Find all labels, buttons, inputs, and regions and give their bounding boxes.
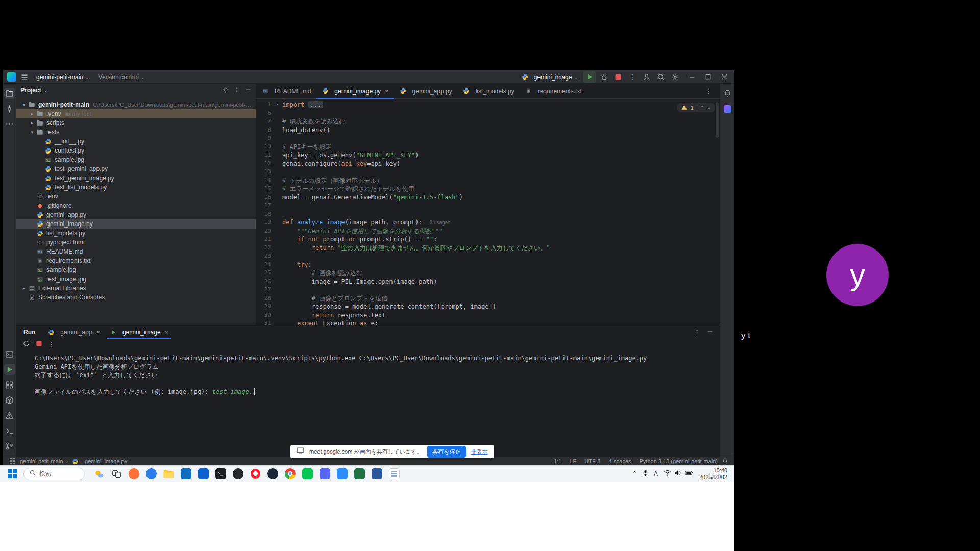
more-actions-icon[interactable]: ⋮ xyxy=(626,71,639,83)
ai-assistant-icon[interactable] xyxy=(722,103,733,114)
tree-item[interactable]: test_gemini_image.py xyxy=(16,173,256,183)
tab-gemini_app.py[interactable]: gemini_app.py xyxy=(394,84,457,98)
status-item[interactable]: LF xyxy=(570,458,576,464)
ime-indicator[interactable]: A xyxy=(654,470,658,478)
next-problem-icon[interactable]: ⌄ xyxy=(707,105,711,110)
run-more-icon[interactable]: ⋮ xyxy=(694,329,700,336)
terminal-icon[interactable]: >_ xyxy=(214,468,227,480)
tree-item[interactable]: ▸External Libraries xyxy=(16,284,256,293)
close-tab-icon[interactable]: ✕ xyxy=(96,330,100,335)
tree-item[interactable]: .gitignore xyxy=(16,201,256,210)
tree-item[interactable]: sample.jpg xyxy=(16,155,256,164)
terminal-icon[interactable] xyxy=(4,425,15,436)
user-account-icon[interactable] xyxy=(641,71,653,83)
tree-item[interactable]: Scratches and Consoles xyxy=(16,293,256,302)
tree-item[interactable]: test_list_models.py xyxy=(16,183,256,192)
chevron-right-icon[interactable]: ▸ xyxy=(20,286,28,291)
hide-banner-link[interactable]: 非表示 xyxy=(471,448,488,456)
editor-tabs-more-icon[interactable] xyxy=(705,87,717,97)
tree-item[interactable]: gemini_app.py xyxy=(16,210,256,219)
fold-icon[interactable]: › xyxy=(276,101,282,109)
project-panel-title[interactable]: Project⌄ xyxy=(20,87,47,94)
close-tab-icon[interactable]: ✕ xyxy=(385,89,389,94)
github-icon[interactable] xyxy=(232,468,244,480)
console-options-icon[interactable]: ⋮ xyxy=(48,341,55,348)
outlook-icon[interactable] xyxy=(180,468,192,480)
services-icon[interactable] xyxy=(4,379,15,390)
taskbar-search[interactable]: 検索 xyxy=(23,468,85,480)
tree-item[interactable]: ▸scripts xyxy=(16,118,256,128)
firefox-icon[interactable] xyxy=(128,468,140,480)
tree-item[interactable]: pyproject.toml xyxy=(16,238,256,247)
search-everywhere-icon[interactable] xyxy=(655,71,667,83)
notifications-icon[interactable] xyxy=(722,88,733,99)
taskview-icon[interactable] xyxy=(110,468,122,480)
tree-item[interactable]: conftest.py xyxy=(16,146,256,155)
maximize-button[interactable] xyxy=(702,71,714,83)
chevron-right-icon[interactable]: ▸ xyxy=(29,111,36,116)
status-item[interactable]: Python 3.13 (gemini-petit-main) xyxy=(640,458,718,464)
start-button[interactable] xyxy=(5,467,19,481)
toolwindow-switcher-icon[interactable] xyxy=(9,458,16,465)
settings-icon[interactable] xyxy=(669,71,681,83)
code-lines[interactable]: 1›import ...6 7# 環境変数を読み込む8load_dotenv()… xyxy=(256,99,720,325)
tree-item[interactable]: sample.jpg xyxy=(16,265,256,274)
stop-button[interactable] xyxy=(612,71,624,83)
discord-icon[interactable] xyxy=(318,468,331,480)
status-notifications-icon[interactable] xyxy=(722,458,728,465)
status-item[interactable]: 4 spaces xyxy=(609,458,631,464)
prev-problem-icon[interactable]: ⌃ xyxy=(700,105,704,110)
status-item[interactable]: UTF-8 xyxy=(584,458,600,464)
hide-panel-icon[interactable] xyxy=(244,86,252,95)
select-opened-file-icon[interactable] xyxy=(222,86,229,95)
tab-README.md[interactable]: README.md xyxy=(256,84,316,98)
explorer-icon[interactable] xyxy=(162,468,175,480)
usages-inlay[interactable]: 8 usages xyxy=(430,220,451,226)
widgets-icon[interactable] xyxy=(93,468,105,480)
chevron-down-icon[interactable]: ▾ xyxy=(20,102,28,107)
run-tab-gemini_app[interactable]: gemini_app✕ xyxy=(42,325,105,339)
close-tab-icon[interactable]: ✕ xyxy=(165,330,169,335)
stop-sharing-button[interactable]: 共有を停止 xyxy=(427,446,465,458)
tree-item[interactable]: ▸.venvlibrary root xyxy=(16,109,256,118)
project-widget[interactable]: gemini-petit-main⌄ xyxy=(33,71,93,83)
stop-process-icon[interactable] xyxy=(36,340,42,348)
steam-icon[interactable] xyxy=(266,468,279,480)
vcs-widget[interactable]: Version control⌄ xyxy=(95,71,149,83)
console-output[interactable]: C:\Users\PC_User\Downloads\gemini-petit-… xyxy=(16,350,720,457)
rerun-icon[interactable] xyxy=(22,340,30,349)
tree-item[interactable]: README.md xyxy=(16,247,256,256)
run-config-selector[interactable]: gemini_image⌄ xyxy=(518,71,581,83)
python-console-icon[interactable] xyxy=(4,348,15,360)
tab-gemini_image.py[interactable]: gemini_image.py✕ xyxy=(316,84,394,98)
main-menu-icon[interactable] xyxy=(18,71,31,83)
line-icon[interactable] xyxy=(301,468,313,480)
tab-list_models.py[interactable]: list_models.py xyxy=(457,84,520,98)
inspections-widget[interactable]: 1 ⌃ ⌄ xyxy=(677,103,715,112)
tab-requirements.txt[interactable]: requirements.txt xyxy=(520,84,587,98)
taskbar-clock[interactable]: 10:40 2025/03/02 xyxy=(699,467,727,481)
chevron-down-icon[interactable]: ▾ xyxy=(29,130,36,135)
run-button[interactable] xyxy=(583,71,596,83)
notepad-icon[interactable] xyxy=(388,468,400,480)
minimize-button[interactable] xyxy=(685,71,698,83)
mic-icon[interactable] xyxy=(643,469,648,479)
problems-icon[interactable] xyxy=(4,410,15,421)
run-icon[interactable] xyxy=(4,364,15,375)
tree-item[interactable]: test_gemini_app.py xyxy=(16,164,256,173)
quick-settings[interactable] xyxy=(664,469,694,479)
tree-item[interactable]: list_models.py xyxy=(16,229,256,238)
debug-button[interactable] xyxy=(598,71,610,83)
collapse-all-icon[interactable] xyxy=(233,86,240,95)
hide-run-panel-icon[interactable] xyxy=(706,328,714,337)
zoom-icon[interactable] xyxy=(336,468,348,480)
word-icon[interactable] xyxy=(371,468,383,480)
tree-item[interactable]: gemini_image.py xyxy=(16,219,256,229)
chevron-right-icon[interactable]: ▸ xyxy=(29,120,36,126)
tree-item[interactable]: ▾gemini-petit-mainC:\Users\PC_User\Downl… xyxy=(16,100,256,109)
opera-icon[interactable] xyxy=(249,468,261,480)
tree-item[interactable]: .env xyxy=(16,192,256,201)
run-tab-gemini_image[interactable]: gemini_image✕ xyxy=(105,325,173,339)
status-item[interactable]: 1:1 xyxy=(554,458,561,464)
breadcrumb-item[interactable]: gemini_image.py xyxy=(85,458,127,464)
